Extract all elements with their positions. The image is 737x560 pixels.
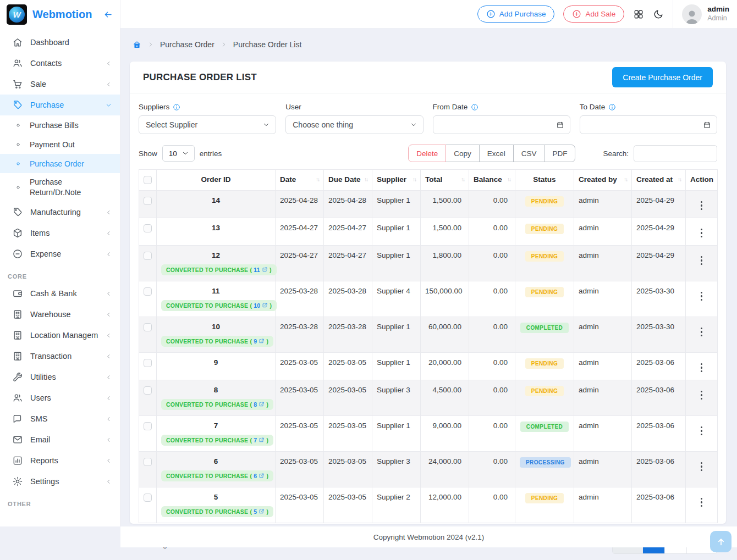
sidebar-item-purchase-return-dr-note[interactable]: Purchase Return/Dr.Note: [0, 173, 120, 202]
create-purchase-order-button[interactable]: Create Purchase Order: [612, 67, 713, 87]
row-checkbox[interactable]: [144, 252, 152, 260]
csv-button[interactable]: CSV: [513, 145, 545, 162]
breadcrumb-purchase-order[interactable]: Purchase Order: [160, 40, 215, 49]
column-label: Due Date: [328, 175, 361, 184]
calendar-icon[interactable]: [703, 121, 711, 129]
sidebar-item-expense[interactable]: Expense: [0, 243, 120, 264]
sidebar-item-email[interactable]: Email: [0, 429, 120, 450]
info-icon[interactable]: [471, 103, 479, 111]
col-due-date[interactable]: Due Date↑↓: [324, 170, 372, 191]
row-checkbox[interactable]: [144, 323, 152, 331]
status-badge: PROCESSING: [520, 457, 571, 468]
sidebar-item-location-management[interactable]: Location Management: [0, 325, 120, 346]
sidebar-item-purchase-bills[interactable]: Purchase Bills: [0, 115, 120, 135]
cell-status: PENDING: [515, 380, 574, 416]
add-sale-button[interactable]: Add Sale: [563, 5, 624, 23]
supplier-select[interactable]: Select Supplier: [139, 115, 276, 134]
add-purchase-button[interactable]: Add Purchase: [477, 5, 555, 23]
row-actions-button[interactable]: [696, 325, 707, 339]
user-profile[interactable]: admin Admin: [673, 0, 729, 29]
calendar-icon[interactable]: [556, 121, 564, 129]
user-select[interactable]: Choose one thing: [285, 115, 423, 134]
row-actions-button[interactable]: [696, 226, 707, 240]
row-checkbox[interactable]: [144, 287, 152, 296]
row-actions-button[interactable]: [696, 290, 707, 303]
sidebar-item-label: Purchase Bills: [30, 121, 112, 130]
row-checkbox[interactable]: [144, 458, 152, 466]
row-checkbox[interactable]: [144, 494, 152, 502]
converted-purchase-link[interactable]: 7: [254, 437, 265, 443]
info-icon[interactable]: [173, 103, 180, 111]
excel-button[interactable]: Excel: [479, 145, 514, 162]
row-actions-button[interactable]: [696, 424, 707, 438]
row-checkbox[interactable]: [144, 386, 152, 395]
col-created-by[interactable]: Created by↑↓: [574, 170, 632, 191]
sidebar-item-dashboard[interactable]: Dashboard: [0, 32, 120, 53]
cell-action: [686, 380, 718, 416]
brand-name[interactable]: Webmotion: [32, 8, 97, 21]
col-total[interactable]: Total↑↓: [421, 170, 469, 191]
cell-created-by: admin: [574, 353, 632, 380]
cell-order-id: 6CONVERTED TO PURCHASE ( 6 ): [157, 452, 276, 487]
avatar: [682, 4, 702, 24]
sidebar-item-manufacturing[interactable]: Manufacturing: [0, 202, 120, 223]
sidebar-item-contacts[interactable]: Contacts: [0, 53, 120, 74]
row-actions-button[interactable]: [696, 254, 707, 268]
sidebar-item-purchase[interactable]: Purchase: [0, 95, 120, 115]
converted-purchase-link[interactable]: 8: [254, 401, 265, 408]
delete-button[interactable]: Delete: [408, 145, 446, 162]
converted-purchase-link[interactable]: 5: [254, 508, 265, 515]
sidebar-item-sms[interactable]: SMS: [0, 408, 120, 429]
sidebar-item-reports[interactable]: Reports: [0, 450, 120, 471]
sidebar-item-cash-bank[interactable]: Cash & Bank: [0, 283, 120, 304]
info-icon[interactable]: [608, 103, 616, 111]
cell-supplier: Supplier 1: [372, 317, 421, 353]
brand-logo[interactable]: W: [7, 4, 27, 25]
sidebar-item-users[interactable]: Users: [0, 387, 120, 408]
sidebar-item-warehouse[interactable]: Warehouse: [0, 304, 120, 325]
sidebar-item-utilities[interactable]: Utilities: [0, 367, 120, 387]
user-role: Admin: [707, 14, 729, 23]
breadcrumb-purchase-order-list[interactable]: Purchase Order List: [233, 40, 302, 49]
sidebar-item-settings[interactable]: Settings: [0, 471, 120, 492]
to-date-input[interactable]: [587, 120, 703, 129]
scroll-to-top-button[interactable]: [710, 531, 732, 552]
row-actions-button[interactable]: [696, 361, 707, 375]
row-checkbox[interactable]: [144, 422, 152, 430]
sidebar-item-sale[interactable]: Sale: [0, 74, 120, 95]
copy-button[interactable]: Copy: [446, 145, 480, 162]
search-input[interactable]: [634, 145, 717, 162]
sidebar-collapse-icon[interactable]: [103, 9, 113, 20]
cell-order-id: 11CONVERTED TO PURCHASE ( 10 ): [157, 281, 276, 317]
from-date-input[interactable]: [440, 120, 556, 129]
row-actions-button[interactable]: [696, 496, 707, 509]
sidebar-item-transaction[interactable]: Transaction: [0, 346, 120, 367]
sidebar-item-items[interactable]: Items: [0, 223, 120, 243]
converted-purchase-link[interactable]: 11: [254, 267, 268, 273]
col-supplier[interactable]: Supplier↑↓: [372, 170, 421, 191]
chevron-left-icon: [105, 81, 112, 88]
cell-checkbox: [139, 281, 157, 317]
sidebar-item-purchase-order[interactable]: Purchase Order: [0, 154, 120, 173]
converted-purchase-link[interactable]: 9: [254, 338, 265, 345]
converted-purchase-link[interactable]: 10: [254, 302, 268, 309]
col-created-at[interactable]: Created at↑↓: [632, 170, 686, 191]
row-actions-button[interactable]: [696, 460, 707, 474]
page-length-select[interactable]: 10: [162, 145, 195, 162]
sidebar-item-payment-out[interactable]: Payment Out: [0, 135, 120, 154]
col-date[interactable]: Date↑↓: [276, 170, 324, 191]
cell-date: 2025-03-05: [276, 353, 324, 380]
row-checkbox[interactable]: [144, 359, 152, 367]
col-balance[interactable]: Balance↑↓: [469, 170, 515, 191]
cell-created-at: 2025-03-06: [632, 487, 686, 523]
row-checkbox[interactable]: [144, 224, 152, 232]
row-actions-button[interactable]: [696, 199, 707, 213]
home-icon[interactable]: [133, 40, 141, 49]
pdf-button[interactable]: PDF: [544, 145, 575, 162]
row-checkbox[interactable]: [144, 197, 152, 205]
select-all-checkbox[interactable]: [144, 176, 152, 184]
row-actions-button[interactable]: [696, 389, 707, 402]
apps-grid-icon[interactable]: [633, 9, 644, 20]
converted-purchase-link[interactable]: 6: [254, 473, 265, 479]
dark-mode-icon[interactable]: [653, 9, 664, 20]
